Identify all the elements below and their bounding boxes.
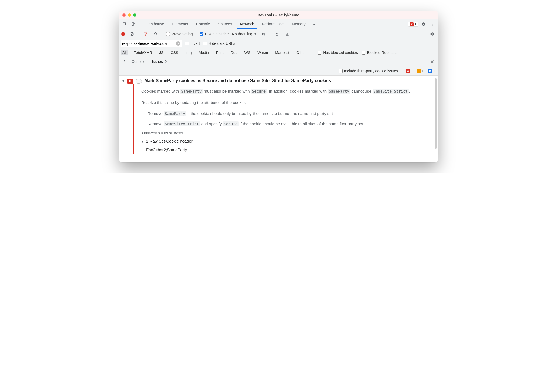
filter-font[interactable]: Font bbox=[214, 50, 225, 55]
severity-info[interactable]: 1 bbox=[428, 69, 435, 73]
disable-cache-label: Disable cache bbox=[205, 32, 229, 36]
issue-detail: Cookies marked with SameParty must also … bbox=[133, 84, 432, 154]
hide-data-urls-checkbox[interactable]: Hide data URLs bbox=[203, 41, 235, 46]
throttling-select[interactable]: No throttling ▼ bbox=[232, 32, 257, 36]
tab-lighthouse[interactable]: Lighthouse bbox=[142, 19, 167, 29]
more-tabs-icon[interactable]: » bbox=[310, 21, 317, 28]
severity-error[interactable]: ✕ 1 bbox=[406, 69, 413, 73]
filter-fetch-xhr[interactable]: Fetch/XHR bbox=[132, 50, 154, 55]
download-har-icon[interactable] bbox=[284, 31, 291, 38]
close-tab-icon[interactable]: ✕ bbox=[165, 59, 168, 64]
invert-label: Invert bbox=[190, 41, 200, 46]
include-third-party-input[interactable] bbox=[339, 69, 343, 73]
error-count: 1 bbox=[415, 22, 417, 26]
filter-manifest[interactable]: Manifest bbox=[273, 50, 291, 55]
issue-error-icon bbox=[127, 79, 133, 84]
devtools-window: DevTools - jec.fyi/demo Lighthouse Eleme… bbox=[119, 11, 438, 162]
tab-network[interactable]: Network bbox=[237, 19, 257, 29]
network-conditions-icon[interactable] bbox=[260, 31, 267, 38]
has-blocked-cookies-input[interactable] bbox=[318, 51, 321, 55]
filter-wasm[interactable]: Wasm bbox=[256, 50, 270, 55]
warning-severity-icon: ! bbox=[417, 69, 421, 73]
svg-rect-2 bbox=[133, 24, 135, 26]
filter-bar: ✕ Invert Hide data URLs bbox=[119, 39, 438, 48]
issue-count-badge: 1 bbox=[136, 79, 142, 84]
affected-resource-row[interactable]: ▼ 1 Raw Set-Cookie header bbox=[141, 138, 430, 145]
hide-data-urls-input[interactable] bbox=[203, 42, 207, 45]
blocked-requests-checkbox[interactable]: Blocked Requests bbox=[362, 50, 398, 55]
has-blocked-cookies-label: Has blocked cookies bbox=[323, 50, 358, 55]
upload-har-icon[interactable] bbox=[274, 31, 281, 38]
error-count-badge[interactable]: ✕ 1 bbox=[408, 22, 418, 27]
info-severity-icon bbox=[428, 69, 432, 73]
svg-point-9 bbox=[124, 60, 125, 61]
has-blocked-cookies-checkbox[interactable]: Has blocked cookies bbox=[318, 50, 358, 55]
disclosure-triangle-icon[interactable]: ▼ bbox=[141, 140, 144, 143]
settings-gear-icon[interactable] bbox=[420, 21, 427, 28]
scrollbar[interactable] bbox=[435, 78, 437, 149]
filter-doc[interactable]: Doc bbox=[229, 50, 239, 55]
kebab-menu-icon[interactable] bbox=[429, 21, 436, 28]
clear-icon[interactable] bbox=[128, 31, 135, 38]
preserve-log-checkbox[interactable]: Preserve log bbox=[166, 32, 193, 36]
drawer-tab-console[interactable]: Console bbox=[129, 57, 148, 66]
hide-data-urls-label: Hide data URLs bbox=[209, 41, 235, 46]
tab-console[interactable]: Console bbox=[193, 19, 213, 29]
issues-panel: ▼ 1 Mark SameParty cookies as Secure and… bbox=[119, 76, 438, 162]
include-third-party-checkbox[interactable]: Include third-party cookie issues bbox=[339, 69, 398, 73]
network-toolbar: Preserve log Disable cache No throttling… bbox=[119, 29, 438, 39]
chevron-down-icon: ▼ bbox=[254, 32, 257, 35]
severity-warning-count: 0 bbox=[422, 69, 424, 73]
filter-input[interactable] bbox=[122, 41, 176, 46]
filter-ws[interactable]: WS bbox=[243, 50, 252, 55]
filter-all[interactable]: All bbox=[121, 50, 128, 55]
network-settings-gear-icon[interactable] bbox=[429, 31, 436, 38]
svg-point-7 bbox=[155, 32, 157, 35]
preserve-log-label: Preserve log bbox=[172, 32, 193, 36]
device-toolbar-icon[interactable] bbox=[130, 21, 137, 28]
inspect-element-icon[interactable] bbox=[121, 21, 128, 28]
arrow-icon: → bbox=[141, 110, 145, 117]
tab-memory[interactable]: Memory bbox=[288, 19, 309, 29]
clear-filter-icon[interactable]: ✕ bbox=[176, 41, 180, 46]
drawer-tab-issues[interactable]: Issues ✕ bbox=[149, 57, 170, 66]
filter-icon[interactable] bbox=[142, 31, 149, 38]
invert-checkbox[interactable]: Invert bbox=[185, 41, 200, 46]
filter-other[interactable]: Other bbox=[295, 50, 307, 55]
filter-js[interactable]: JS bbox=[157, 50, 165, 55]
filter-css[interactable]: CSS bbox=[169, 50, 180, 55]
search-icon[interactable] bbox=[152, 31, 159, 38]
drawer-more-icon[interactable] bbox=[121, 58, 128, 65]
tab-performance[interactable]: Performance bbox=[259, 19, 287, 29]
tab-sources[interactable]: Sources bbox=[215, 19, 235, 29]
preserve-log-input[interactable] bbox=[166, 32, 170, 36]
titlebar: DevTools - jec.fyi/demo bbox=[119, 11, 438, 19]
issue-description-1: Cookies marked with SameParty must also … bbox=[141, 88, 430, 95]
drawer-tab-issues-label: Issues bbox=[152, 59, 163, 64]
tab-elements[interactable]: Elements bbox=[169, 19, 191, 29]
issue-row[interactable]: ▼ 1 Mark SameParty cookies as Secure and… bbox=[122, 78, 432, 84]
filter-img[interactable]: Img bbox=[184, 50, 193, 55]
filter-media[interactable]: Media bbox=[197, 50, 211, 55]
blocked-requests-label: Blocked Requests bbox=[367, 50, 398, 55]
close-drawer-icon[interactable]: ✕ bbox=[428, 59, 436, 65]
svg-point-3 bbox=[432, 23, 433, 23]
blocked-requests-input[interactable] bbox=[362, 51, 365, 55]
disclosure-triangle-icon[interactable]: ▼ bbox=[122, 78, 125, 83]
disable-cache-input[interactable] bbox=[200, 32, 203, 36]
disable-cache-checkbox[interactable]: Disable cache bbox=[200, 32, 229, 36]
severity-error-count: 1 bbox=[411, 69, 413, 73]
invert-input[interactable] bbox=[185, 42, 189, 45]
include-third-party-label: Include third-party cookie issues bbox=[344, 69, 398, 73]
severity-warning[interactable]: ! 0 bbox=[417, 69, 424, 73]
affected-resource-title: 1 Raw Set-Cookie header bbox=[146, 139, 193, 143]
affected-resource-item[interactable]: Foo2=bar2;SameParty bbox=[146, 146, 430, 153]
arrow-icon: → bbox=[141, 120, 145, 127]
drawer-tab-strip: Console Issues ✕ ✕ bbox=[119, 57, 438, 66]
issue-bullet-1: → Remove SameParty if the cookie should … bbox=[141, 110, 430, 117]
record-button[interactable] bbox=[121, 32, 125, 36]
error-icon: ✕ bbox=[410, 22, 414, 26]
svg-point-10 bbox=[124, 61, 125, 62]
svg-point-8 bbox=[264, 35, 265, 35]
filter-input-wrapper[interactable]: ✕ bbox=[121, 40, 182, 47]
